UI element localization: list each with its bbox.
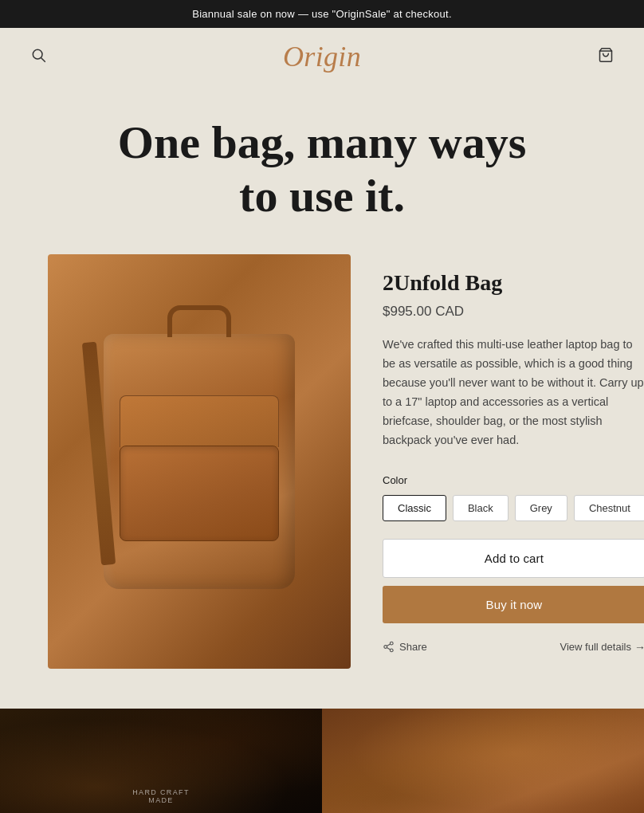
cart-button[interactable] bbox=[593, 42, 618, 70]
view-full-details-link[interactable]: View full details → bbox=[560, 641, 644, 654]
svg-line-1 bbox=[41, 58, 45, 62]
hero-heading-line2: to use it. bbox=[239, 170, 405, 222]
product-description: We've crafted this multi-use leather lap… bbox=[383, 336, 644, 450]
add-to-cart-button[interactable]: Add to cart bbox=[383, 539, 644, 578]
color-label-row: Color bbox=[383, 473, 644, 487]
badge-line2: MADE bbox=[132, 796, 190, 804]
search-button[interactable] bbox=[26, 42, 51, 70]
share-label: Share bbox=[399, 641, 427, 653]
logo-text: Origin bbox=[283, 41, 361, 73]
product-image bbox=[48, 254, 351, 669]
strip-right-detail bbox=[322, 709, 644, 813]
product-image-container bbox=[48, 254, 351, 669]
color-options: Classic Black Grey Chestnut bbox=[383, 495, 644, 521]
search-icon bbox=[30, 47, 46, 63]
image-strip: HARD CRAFT MADE bbox=[0, 709, 644, 813]
site-header: Origin bbox=[0, 28, 644, 84]
buy-now-button[interactable]: Buy it now bbox=[383, 586, 644, 623]
strip-left-image: HARD CRAFT MADE bbox=[0, 709, 322, 813]
color-option-classic[interactable]: Classic bbox=[383, 495, 446, 521]
bag-handle bbox=[167, 305, 231, 337]
svg-line-7 bbox=[387, 644, 390, 646]
product-title: 2Unfold Bag bbox=[383, 270, 644, 296]
bag-illustration bbox=[104, 334, 295, 589]
announcement-text: Biannual sale on now — use "OriginSale" … bbox=[192, 8, 452, 20]
hero-heading: One bag, many ways to use it. bbox=[48, 116, 596, 222]
product-section: 2Unfold Bag $995.00 CAD We've crafted th… bbox=[0, 246, 644, 709]
badge-line1: HARD CRAFT bbox=[132, 788, 190, 796]
arrow-right-icon: → bbox=[634, 641, 644, 654]
color-option-chestnut[interactable]: Chestnut bbox=[574, 495, 644, 521]
color-label: Color bbox=[383, 474, 407, 486]
product-price: $995.00 CAD bbox=[383, 304, 644, 320]
product-details: 2Unfold Bag $995.00 CAD We've crafted th… bbox=[383, 254, 644, 654]
announcement-bar: Biannual sale on now — use "OriginSale" … bbox=[0, 0, 644, 28]
product-actions-row: Share View full details → bbox=[383, 641, 644, 654]
color-option-grey[interactable]: Grey bbox=[515, 495, 567, 521]
share-icon bbox=[383, 641, 395, 653]
logo[interactable]: Origin bbox=[283, 40, 361, 73]
hardcraft-badge: HARD CRAFT MADE bbox=[132, 788, 190, 804]
bag-pocket-flap bbox=[120, 395, 279, 447]
svg-line-6 bbox=[387, 648, 390, 650]
strip-right-image bbox=[322, 709, 644, 813]
bag-pocket bbox=[120, 446, 279, 541]
share-button[interactable]: Share bbox=[383, 641, 427, 653]
bag-strap bbox=[82, 342, 116, 566]
hero-heading-line1: One bag, many ways bbox=[118, 116, 526, 168]
cart-icon bbox=[598, 47, 614, 63]
view-full-details-label: View full details bbox=[560, 641, 631, 653]
color-option-black[interactable]: Black bbox=[453, 495, 509, 521]
hero-section: One bag, many ways to use it. bbox=[0, 84, 644, 246]
